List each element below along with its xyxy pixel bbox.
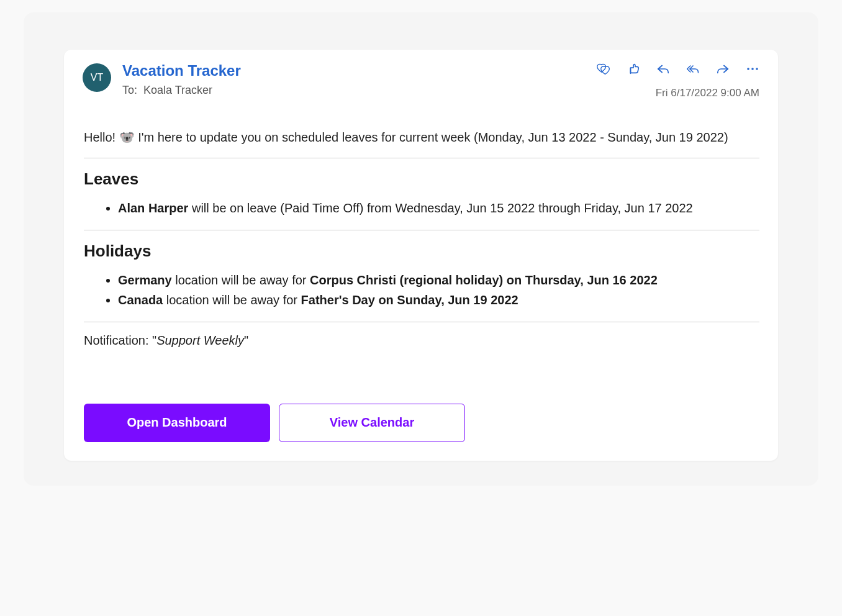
- list-item: Germany location will be away for Corpus…: [118, 271, 759, 289]
- leave-person: Alan Harper: [118, 201, 188, 215]
- reply-icon[interactable]: [656, 62, 670, 76]
- action-toolbar: [597, 62, 759, 76]
- forward-icon[interactable]: [716, 62, 730, 76]
- notif-close: ": [244, 333, 248, 347]
- intro-text: Hello! 🐨 I'm here to update you on sched…: [84, 128, 759, 147]
- divider: [84, 158, 759, 158]
- svg-point-0: [747, 68, 749, 70]
- more-actions-icon[interactable]: [746, 62, 759, 76]
- notification-line: Notification: "Support Weekly": [84, 333, 759, 348]
- email-body: Hello! 🐨 I'm here to update you on sched…: [83, 128, 759, 442]
- emoji-reaction-icon[interactable]: [597, 62, 610, 76]
- divider: [84, 230, 759, 230]
- to-label: To:: [122, 84, 137, 96]
- holidays-list: Germany location will be away for Corpus…: [84, 271, 759, 309]
- view-calendar-button[interactable]: View Calendar: [279, 404, 465, 442]
- list-item: Canada location will be away for Father'…: [118, 291, 759, 309]
- holiday-occ: Father's Day on Sunday, Jun 19 2022: [301, 293, 518, 307]
- leave-detail: will be on leave (Paid Time Off) from We…: [188, 201, 692, 215]
- thumbs-up-icon[interactable]: [627, 62, 640, 76]
- avatar: VT: [83, 63, 111, 92]
- holiday-mid: location will be away for: [172, 273, 310, 287]
- open-dashboard-button[interactable]: Open Dashboard: [84, 404, 270, 442]
- holiday-occ: Corpus Christi (regional holiday) on Thu…: [310, 273, 658, 287]
- page-container: VT Vacation Tracker To: Koala Tracker: [24, 12, 818, 486]
- email-header: VT Vacation Tracker To: Koala Tracker: [83, 62, 759, 97]
- holiday-loc: Germany: [118, 273, 172, 287]
- recipient-name: Koala Tracker: [143, 84, 212, 96]
- svg-point-2: [756, 68, 758, 70]
- holidays-heading: Holidays: [84, 242, 759, 261]
- svg-point-1: [751, 68, 754, 70]
- leaves-heading: Leaves: [84, 170, 759, 189]
- leaves-list: Alan Harper will be on leave (Paid Time …: [84, 199, 759, 217]
- list-item: Alan Harper will be on leave (Paid Time …: [118, 199, 759, 217]
- holiday-mid: location will be away for: [163, 293, 301, 307]
- notif-name: Support Weekly: [156, 333, 244, 347]
- divider: [84, 322, 759, 322]
- reply-all-icon[interactable]: [686, 62, 700, 76]
- button-row: Open Dashboard View Calendar: [84, 404, 759, 442]
- holiday-loc: Canada: [118, 293, 163, 307]
- timestamp: Fri 6/17/2022 9:00 AM: [656, 87, 759, 99]
- notif-label: Notification: ": [84, 333, 156, 347]
- email-card: VT Vacation Tracker To: Koala Tracker: [64, 50, 778, 461]
